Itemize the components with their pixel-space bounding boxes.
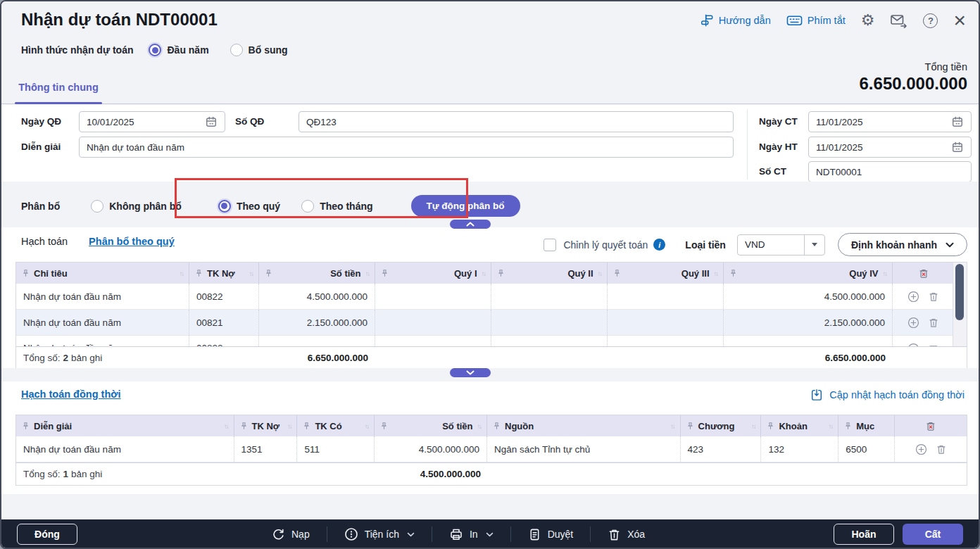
send-mail-button[interactable] <box>890 13 907 28</box>
simultaneous-title-link[interactable]: Hạch toán đồng thời <box>21 389 121 400</box>
column-header[interactable]: Quý II↑↓ <box>491 263 608 284</box>
column-header[interactable]: TK Nợ↑↓ <box>189 263 259 284</box>
pin-icon[interactable] <box>493 422 501 430</box>
sort-icon[interactable]: ↑↓ <box>670 422 674 430</box>
add-row-icon[interactable] <box>915 443 927 455</box>
pin-icon[interactable] <box>497 269 505 277</box>
radio-theo-thang[interactable]: Theo tháng <box>301 200 372 213</box>
adjust-checkbox[interactable] <box>544 239 556 251</box>
info-icon[interactable]: i <box>653 239 665 251</box>
sort-icon[interactable]: ↑↓ <box>365 270 370 277</box>
delete-button[interactable]: Xóa <box>605 528 648 541</box>
auto-allocate-button[interactable]: Tự động phân bổ <box>411 195 520 217</box>
delete-all-icon[interactable] <box>918 267 929 279</box>
expand-button[interactable] <box>450 368 491 377</box>
update-simultaneous-link[interactable]: Cập nhật hạch toán đồng thời <box>810 388 965 401</box>
calendar-icon[interactable] <box>951 141 964 153</box>
calendar-icon[interactable] <box>951 115 964 128</box>
close-form-button[interactable]: Đóng <box>17 524 77 545</box>
settings-button[interactable]: ⚙ <box>861 13 875 28</box>
utilities-button[interactable]: Tiện ích <box>341 527 417 541</box>
pin-icon[interactable] <box>729 269 737 277</box>
table-row[interactable]: Nhận dự toán đầu năm 1351 511 4.500.000.… <box>16 436 967 462</box>
pin-icon[interactable] <box>767 422 774 430</box>
shortcuts-link[interactable]: Phím tắt <box>786 13 846 27</box>
column-header[interactable]: TK Có↑↓ <box>297 415 375 436</box>
column-header[interactable]: Số tiền↑↓ <box>259 263 375 284</box>
guide-link[interactable]: Hướng dẫn <box>700 13 771 27</box>
dien-giai-input[interactable]: Nhận dự toán đầu năm <box>79 137 734 158</box>
allocation-by-quarter-link[interactable]: Phân bổ theo quý <box>89 236 175 247</box>
scrollbar-thumb[interactable] <box>955 264 964 320</box>
collapse-button[interactable] <box>450 220 491 229</box>
sort-icon[interactable]: ↑↓ <box>598 270 602 277</box>
pin-icon[interactable] <box>613 269 621 277</box>
sort-icon[interactable]: ↑↓ <box>829 422 833 430</box>
column-header[interactable]: Số tiền↑↓ <box>375 415 487 436</box>
close-button[interactable]: × <box>953 13 966 28</box>
sort-icon[interactable]: ↑↓ <box>180 270 184 277</box>
add-row-icon[interactable] <box>907 291 919 303</box>
pin-icon[interactable] <box>195 269 203 277</box>
ngay-ht-input[interactable]: 11/01/2025 <box>808 137 972 158</box>
print-button[interactable]: In <box>446 527 496 541</box>
sort-icon[interactable]: ↑↓ <box>365 422 369 430</box>
table-row[interactable]: Nhận dự toán đầu năm 00821 2.150.000.000… <box>16 310 954 336</box>
pin-icon[interactable] <box>265 269 272 277</box>
help-button[interactable]: ? <box>923 13 938 28</box>
delete-row-icon[interactable] <box>928 317 939 329</box>
column-header[interactable]: Quý I↑↓ <box>375 263 491 284</box>
sort-icon[interactable]: ↑↓ <box>482 270 486 277</box>
postpone-button[interactable]: Hoãn <box>834 524 894 545</box>
sort-icon[interactable]: ↑↓ <box>249 270 253 277</box>
column-header[interactable]: Mục <box>838 415 895 436</box>
pin-icon[interactable] <box>240 422 248 430</box>
radio-theo-quy[interactable]: Theo quý <box>218 200 280 213</box>
pin-icon[interactable] <box>303 422 310 430</box>
column-header[interactable]: TK Nợ↑↓ <box>234 415 298 436</box>
pin-icon[interactable] <box>22 269 30 277</box>
pin-icon[interactable] <box>844 422 852 430</box>
sort-icon[interactable]: ↑↓ <box>751 422 755 430</box>
approve-button[interactable]: Duyệt <box>525 528 577 541</box>
column-header[interactable]: Chương↑↓ <box>681 415 762 436</box>
reload-button[interactable]: Nạp <box>269 528 313 541</box>
pin-icon[interactable] <box>686 422 694 430</box>
tab-thong-tin-chung[interactable]: Thông tin chung <box>15 79 102 104</box>
pin-icon[interactable] <box>381 269 389 277</box>
delete-all-icon[interactable] <box>925 420 936 432</box>
quick-entry-button[interactable]: Định khoản nhanh <box>838 233 967 256</box>
pin-icon[interactable] <box>380 422 388 430</box>
so-ct-input[interactable]: NDT00001 <box>808 161 972 182</box>
column-header[interactable]: Quý III↑↓ <box>608 263 724 284</box>
delete-row-icon[interactable] <box>936 443 947 455</box>
table-row[interactable]: Nhận dự toán đầu năm 00822 4.500.000.000… <box>16 284 954 310</box>
column-header[interactable]: Chỉ tiêu↑↓ <box>16 263 189 284</box>
ngay-qd-input[interactable]: 10/01/2025 <box>79 111 225 132</box>
sort-icon[interactable]: ↑↓ <box>714 270 718 277</box>
pin-icon[interactable] <box>22 422 30 430</box>
delete-row-icon[interactable] <box>928 291 939 303</box>
sort-icon[interactable]: ↑↓ <box>477 422 482 430</box>
currency-select[interactable]: VND <box>737 234 825 255</box>
delete-row-icon[interactable] <box>928 343 939 346</box>
column-header[interactable]: Quý IV↑↓ <box>724 263 893 284</box>
save-button[interactable]: Cất <box>903 524 963 545</box>
column-header[interactable]: Khoản↑↓ <box>761 415 838 436</box>
so-qd-input[interactable]: QĐ123 <box>299 111 734 132</box>
radio-khong-phan-bo[interactable]: Không phân bổ <box>91 200 182 213</box>
ngay-ct-input[interactable]: 11/01/2025 <box>808 111 972 132</box>
radio-dau-nam[interactable]: Đầu năm <box>149 44 208 56</box>
column-header[interactable]: Nguồn↑↓ <box>487 415 681 436</box>
sort-icon[interactable]: ↑↓ <box>224 422 228 430</box>
add-row-icon[interactable] <box>907 317 919 329</box>
sort-icon[interactable]: ↑↓ <box>883 270 887 277</box>
column-header[interactable]: Diễn giải↑↓ <box>16 415 234 436</box>
sort-icon[interactable]: ↑↓ <box>287 422 291 430</box>
calendar-icon[interactable] <box>205 115 218 128</box>
lower-gap <box>1 494 979 519</box>
radio-bo-sung[interactable]: Bổ sung <box>230 44 288 56</box>
table-row-clipped[interactable]: Nhận dự toán đầu năm 00822 <box>16 336 954 346</box>
vertical-scrollbar[interactable] <box>953 263 967 346</box>
add-row-icon[interactable] <box>907 343 919 346</box>
